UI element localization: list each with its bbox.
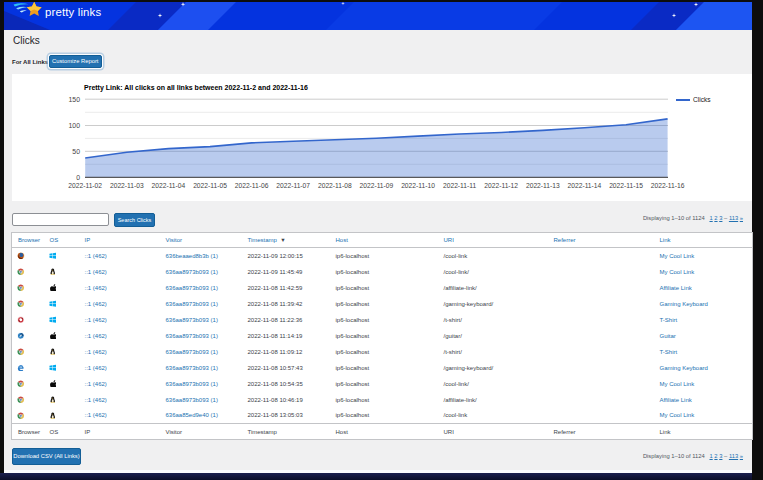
svg-text:2022-11-10: 2022-11-10 <box>401 182 435 189</box>
svg-text:2022-11-02: 2022-11-02 <box>68 182 102 189</box>
svg-text:2022-11-08: 2022-11-08 <box>318 182 352 189</box>
svg-text:2022-11-09: 2022-11-09 <box>360 182 394 189</box>
svg-text:2022-11-14: 2022-11-14 <box>568 182 602 189</box>
svg-text:Clicks: Clicks <box>693 96 711 103</box>
svg-text:2022-11-12: 2022-11-12 <box>484 182 518 189</box>
svg-text:2022-11-05: 2022-11-05 <box>193 182 227 189</box>
svg-text:2022-11-03: 2022-11-03 <box>110 182 144 189</box>
svg-text:2022-11-16: 2022-11-16 <box>651 182 685 189</box>
svg-text:50: 50 <box>72 148 80 155</box>
svg-text:100: 100 <box>69 122 81 129</box>
svg-text:2022-11-04: 2022-11-04 <box>152 182 186 189</box>
svg-text:2022-11-11: 2022-11-11 <box>443 182 476 189</box>
svg-text:2022-11-15: 2022-11-15 <box>609 182 643 189</box>
svg-text:2022-11-13: 2022-11-13 <box>526 182 560 189</box>
svg-text:2022-11-07: 2022-11-07 <box>276 182 310 189</box>
svg-text:Pretty Link: All clicks on all: Pretty Link: All clicks on all links bet… <box>84 84 308 92</box>
svg-text:0: 0 <box>76 174 80 181</box>
svg-text:150: 150 <box>69 96 81 103</box>
svg-text:pretty links: pretty links <box>45 6 101 18</box>
svg-text:2022-11-06: 2022-11-06 <box>235 182 269 189</box>
